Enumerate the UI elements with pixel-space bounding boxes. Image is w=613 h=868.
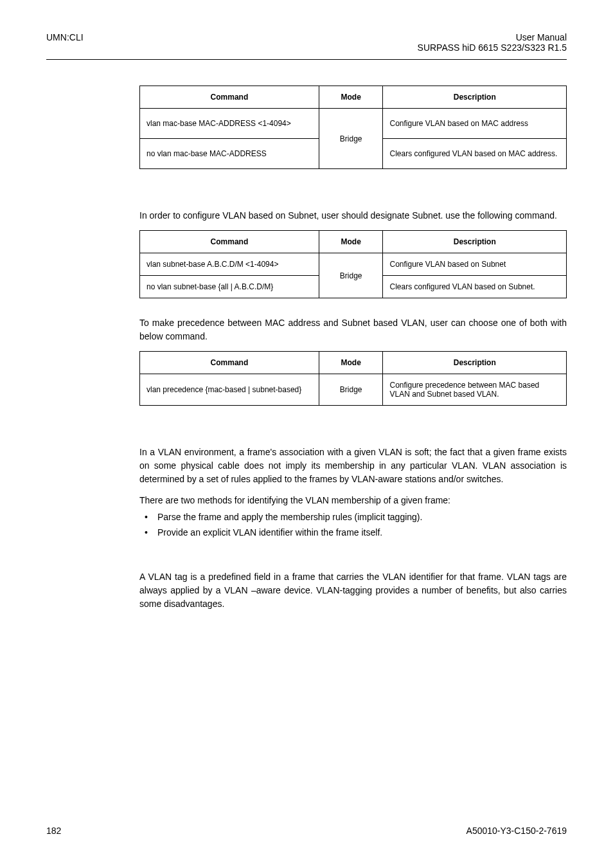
table-header: Mode [319, 86, 383, 109]
list-item: Parse the frame and apply the membership… [157, 510, 422, 525]
table-cell: vlan mac-base MAC-ADDRESS <1-4094> [140, 109, 319, 139]
precedence-para: To make precedence between MAC address a… [139, 316, 567, 343]
tagged-vlan-para2: There are two methods for identifying th… [139, 494, 567, 507]
table-mac-based-vlan: Command Mode Description vlan mac-base M… [139, 86, 567, 169]
table-precedence: Command Mode Description vlan precedence… [139, 351, 567, 406]
table-header: Mode [319, 231, 383, 253]
section-subnet-para: In order to configure VLAN based on Subn… [139, 209, 567, 222]
vlan-tag-para: A VLAN tag is a predefined field in a fr… [139, 570, 567, 611]
table-cell: Clears configured VLAN based on Subnet. [383, 276, 567, 298]
table-cell: Configure precedence between MAC based V… [383, 374, 567, 406]
table-header: Description [383, 86, 567, 109]
doc-id: A50010-Y3-C150-2-7619 [466, 826, 567, 836]
table-header: Description [383, 352, 567, 374]
list-item: Provide an explicit VLAN identifier with… [157, 525, 382, 541]
table-header: Mode [319, 352, 383, 374]
table-header: Description [383, 231, 567, 253]
table-header: Command [140, 86, 319, 109]
table-cell: vlan subnet-base A.B.C.D/M <1-4094> [140, 253, 319, 276]
table-cell: Configure VLAN based on MAC address [383, 109, 567, 139]
table-cell: Clears configured VLAN based on MAC addr… [383, 139, 567, 169]
table-cell: vlan precedence {mac-based | subnet-base… [140, 374, 319, 406]
header-right-2: SURPASS hiD 6615 S223/S323 R1.5 [418, 42, 567, 53]
tagged-vlan-para1: In a VLAN environment, a frame's associa… [139, 446, 567, 486]
table-cell: no vlan subnet-base {all | A.B.C.D/M} [140, 276, 319, 298]
table-cell: Configure VLAN based on Subnet [383, 253, 567, 276]
table-header: Command [140, 352, 319, 374]
header-right-1: User Manual [418, 32, 567, 42]
table-subnet-based-vlan: Command Mode Description vlan subnet-bas… [139, 230, 567, 298]
table-cell: Bridge [319, 374, 383, 406]
table-cell: Bridge [319, 109, 383, 169]
table-cell: no vlan mac-base MAC-ADDRESS [140, 139, 319, 169]
bullet-dot-icon: • [145, 525, 157, 541]
header-divider [46, 59, 567, 60]
table-cell: Bridge [319, 253, 383, 298]
header-left: UMN:CLI [46, 32, 84, 53]
page-number: 182 [46, 826, 61, 836]
bullet-dot-icon: • [145, 510, 157, 525]
table-header: Command [140, 231, 319, 253]
bullet-list: • Parse the frame and apply the membersh… [145, 510, 567, 541]
